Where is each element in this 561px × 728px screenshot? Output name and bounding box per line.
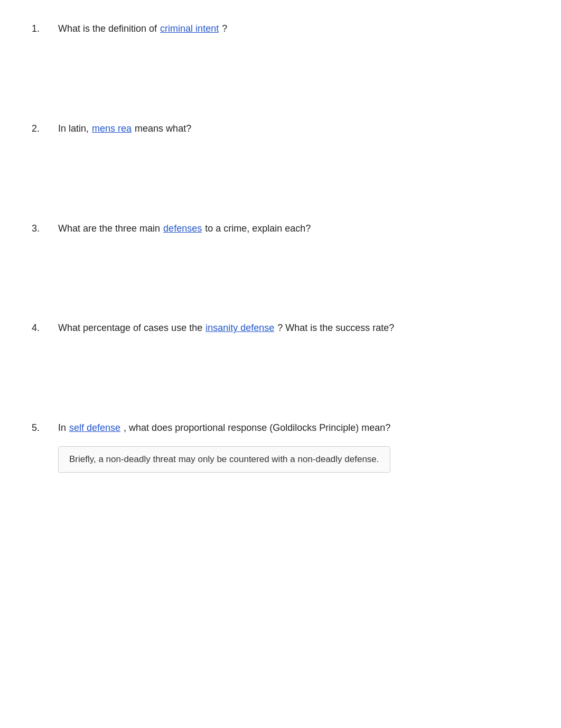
question-number-1: 1. xyxy=(32,23,58,34)
question-item-1: 1.What is the definition of criminal int… xyxy=(32,21,529,36)
question-link-4[interactable]: insanity defense xyxy=(205,320,274,336)
question-item-4: 4.What percentage of cases use the insan… xyxy=(32,320,529,336)
question-text-2: In latin, mens rea means what? xyxy=(58,121,191,136)
question-link-3[interactable]: defenses xyxy=(163,221,202,236)
question-number-3: 3. xyxy=(32,223,58,234)
question-list: 1.What is the definition of criminal int… xyxy=(32,21,529,473)
question-text-5: In self defense , what does proportional… xyxy=(58,420,390,436)
question-number-4: 4. xyxy=(32,322,58,334)
question-link-2[interactable]: mens rea xyxy=(92,121,132,136)
answer-box-5: Briefly, a non-deadly threat may only be… xyxy=(58,446,390,473)
question-link-5[interactable]: self defense xyxy=(69,420,120,436)
question-item-3: 3.What are the three main defenses to a … xyxy=(32,221,529,236)
question-text-4: What percentage of cases use the insanit… xyxy=(58,320,394,336)
question-item-5: 5.In self defense , what does proportion… xyxy=(32,420,529,473)
question-text-1: What is the definition of criminal inten… xyxy=(58,21,227,36)
question-number-2: 2. xyxy=(32,123,58,134)
question-number-5: 5. xyxy=(32,422,58,434)
question-item-2: 2.In latin, mens rea means what? xyxy=(32,121,529,136)
question-link-1[interactable]: criminal intent xyxy=(160,21,219,36)
question-text-3: What are the three main defenses to a cr… xyxy=(58,221,311,236)
